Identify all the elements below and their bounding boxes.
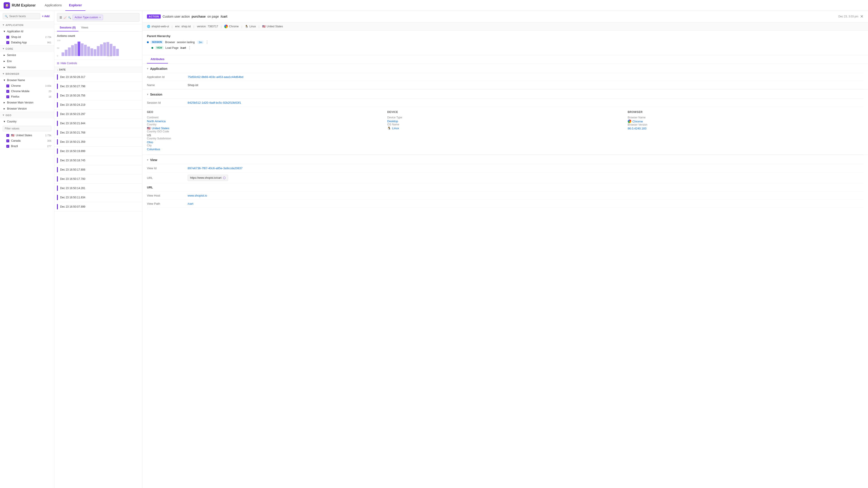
os-name-val[interactable]: 🐧 Linux [387, 127, 623, 130]
chrome-checkbox[interactable] [6, 85, 9, 88]
list-item[interactable]: Dec 23 16:50:14.281 [54, 184, 142, 193]
continent-val[interactable]: North America [147, 120, 383, 123]
facet-item-env[interactable]: Env [0, 58, 54, 64]
brazil-checkbox[interactable] [6, 145, 9, 148]
search-bar-wrap[interactable]: Action Type:custom × [57, 13, 140, 22]
facet-section-core-label: CORE [6, 47, 13, 50]
meta-version-value: 7383717 [208, 25, 218, 28]
list-item[interactable]: Dec 23 16:50:21.359 [54, 137, 142, 147]
device-type-val[interactable]: Desktop [387, 120, 623, 123]
browser-version-val[interactable]: 86.0.4240.183 [628, 127, 864, 130]
facet-section-core-header[interactable]: CORE [0, 45, 54, 52]
facet-item-browser-name[interactable]: Browser Name [0, 77, 54, 83]
chevron-down-icon [3, 47, 4, 50]
chevron-down-icon [3, 24, 4, 26]
facet-section-geo: GEO Country 🇺🇸 [0, 112, 54, 149]
list-item[interactable]: Dec 23 16:50:19.899 [54, 147, 142, 156]
list-item[interactable]: Dec 23 16:50:17.806 [54, 165, 142, 174]
subdivision-val[interactable]: Ohio [147, 140, 383, 144]
detail-content: Parent Hierarchy SESSION Browser session… [143, 31, 868, 488]
subfacet-brazil[interactable]: Brazil 277 [0, 143, 54, 149]
country-val[interactable]: 🇺🇸 United States [147, 127, 383, 130]
list-item[interactable]: Dec 23 16:50:26.756 [54, 91, 142, 100]
list-item[interactable]: Dec 23 16:50:07.899 [54, 202, 142, 212]
united-states-checkbox[interactable] [6, 134, 9, 137]
tab-sessions[interactable]: Sessions (0) [57, 24, 79, 31]
browser-name-val[interactable]: Chrome [628, 120, 864, 123]
list-item-date: Dec 23 16:50:14.281 [60, 187, 85, 190]
view-menu[interactable] [188, 46, 191, 50]
close-button[interactable]: ✕ [860, 14, 864, 19]
chrome-mobile-checkbox[interactable] [6, 90, 9, 93]
facet-item-browser-version[interactable]: Browser Version [0, 105, 54, 111]
datadog-app-checkbox[interactable] [6, 41, 9, 44]
facet-section-browser-header[interactable]: BROWSER [0, 70, 54, 77]
subfacet-canada[interactable]: Canada 306 [0, 138, 54, 143]
facet-section-application-header[interactable]: APPLICATION [0, 22, 54, 28]
browser-name-detail: Browser Name Chrome [628, 116, 864, 123]
hide-controls-button[interactable]: ⊟ Hide Controls [54, 60, 142, 67]
list-item[interactable]: Dec 23 16:50:17.700 [54, 174, 142, 184]
facet-item-service[interactable]: Service [0, 52, 54, 58]
view-path-value[interactable]: /cart [188, 200, 864, 208]
search-input-wrap[interactable] [3, 13, 40, 19]
attrs-section-view: View View Id 897e6736-7f87-40c6-a85e-3a9… [143, 155, 868, 208]
facet-item-application-id[interactable]: Application Id [0, 28, 54, 34]
top-nav-explorer[interactable]: Explorer [65, 0, 86, 11]
canada-checkbox[interactable] [6, 139, 9, 142]
list-item-date: Dec 23 16:50:28.317 [60, 75, 85, 78]
tab-views[interactable]: Views [79, 24, 91, 31]
facet-item-country[interactable]: Country [0, 119, 54, 125]
list-item[interactable]: Dec 23 16:50:24.219 [54, 100, 142, 109]
search-facets-input[interactable] [9, 15, 38, 18]
top-nav-applications[interactable]: Applications [41, 0, 66, 11]
subfacet-datadog-app[interactable]: Datadog App 961 [0, 40, 54, 45]
country-filter-input[interactable] [3, 126, 51, 131]
view-host-value[interactable]: www.shopist.io [188, 192, 864, 200]
iso-key: Country ISO Code [147, 130, 383, 133]
session-menu[interactable] [205, 40, 209, 44]
firefox-checkbox[interactable] [6, 95, 9, 98]
facet-section-geo-label: GEO [6, 114, 11, 117]
subfacet-chrome[interactable]: Chrome 3.65k [0, 83, 54, 89]
subfacet-shopist[interactable]: Shop.ist 2.72k [0, 34, 54, 40]
subfacet-united-states[interactable]: 🇺🇸 United States 1.73k [0, 133, 54, 138]
app-id-value[interactable]: 75d50c62-8b66-403c-a453-aaa1c44d64bd [188, 73, 864, 81]
chrome-mobile-label: Chrome Mobile [11, 90, 47, 93]
facet-section-geo-header[interactable]: GEO [0, 112, 54, 119]
svg-rect-6 [71, 45, 74, 56]
external-link-icon[interactable]: ⬡ [223, 176, 225, 180]
list-item-date: Dec 23 16:50:21.359 [60, 140, 85, 143]
list-item[interactable]: Dec 23 16:50:27.798 [54, 82, 142, 91]
subfacet-firefox[interactable]: Firefox 16 [0, 94, 54, 99]
attrs-section-session-header[interactable]: Session [147, 90, 864, 99]
search-icon-main [68, 16, 71, 19]
chevron-right-icon [4, 101, 5, 104]
view-path: /cart [180, 46, 186, 50]
view-id-value[interactable]: 897e6736-7f87-40c6-a85e-3a9ccda20837 [188, 164, 864, 172]
subfacet-chrome-mobile[interactable]: Chrome Mobile 23 [0, 89, 54, 94]
filter-tag-action-type[interactable]: Action Type:custom × [72, 15, 103, 20]
list-item[interactable]: Dec 23 16:50:11.834 [54, 193, 142, 202]
list-item[interactable]: Dec 23 16:50:21.768 [54, 128, 142, 137]
attrs-section-application-header[interactable]: Application [147, 64, 864, 73]
shopist-checkbox[interactable] [6, 36, 9, 39]
attrs-section-view-header[interactable]: View [147, 155, 864, 164]
list-item[interactable]: Dec 23 16:50:23.297 [54, 109, 142, 119]
city-key: City [147, 144, 383, 147]
svg-rect-13 [94, 49, 96, 56]
filter-tag-remove[interactable]: × [99, 15, 101, 19]
list-item[interactable]: Dec 23 16:50:28.317 [54, 72, 142, 82]
city-val[interactable]: Columbus [147, 148, 383, 151]
session-id-value[interactable]: 8425b512-1d20-4adf-bc5c-92b2f10b53f1 [188, 99, 864, 107]
facet-item-version[interactable]: Version [0, 64, 54, 70]
svg-rect-17 [106, 42, 109, 56]
add-facet-button[interactable]: + Add [40, 14, 51, 19]
app-logo-icon: 🐶 [4, 2, 10, 8]
facet-item-browser-main-version[interactable]: Browser Main Version [0, 99, 54, 105]
chevron-right-icon [4, 107, 5, 110]
list-item[interactable]: Dec 23 16:50:18.745 [54, 156, 142, 165]
attrs-tab-attributes[interactable]: Attributes [147, 55, 168, 64]
list-item-date: Dec 23 16:50:21.768 [60, 131, 85, 134]
list-item[interactable]: Dec 23 16:50:21.844 [54, 119, 142, 128]
